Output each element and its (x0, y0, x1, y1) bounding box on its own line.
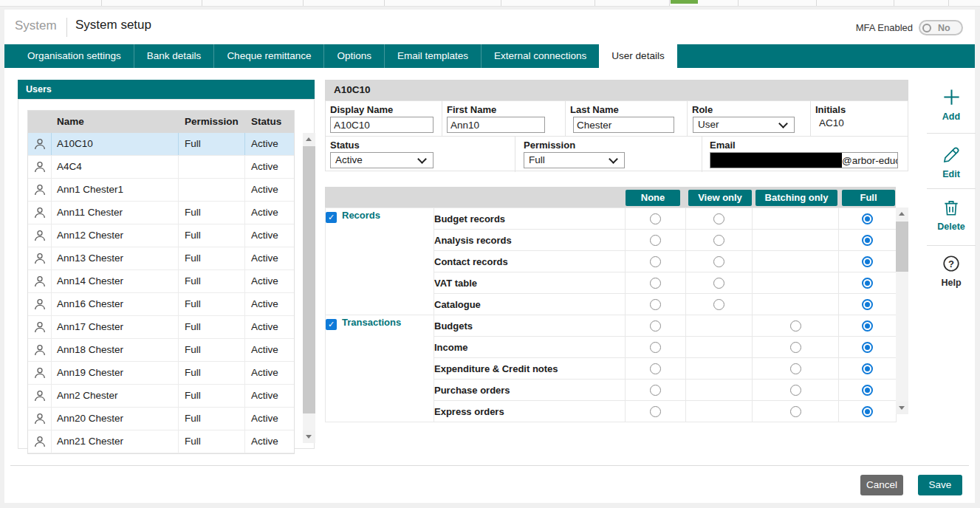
radio-view-only[interactable] (713, 256, 724, 267)
radio-full[interactable] (862, 363, 873, 374)
radio-batching-only[interactable] (790, 363, 801, 374)
user-row[interactable]: Ann16 ChesterFullActive (28, 293, 294, 316)
user-row[interactable]: Ann12 ChesterFullActive (28, 224, 294, 247)
user-permission: Full (179, 247, 245, 270)
checkbox-transactions[interactable]: ✓ (326, 319, 337, 330)
tab-bank-details[interactable]: Bank details (134, 44, 214, 68)
radio-full[interactable] (862, 213, 873, 224)
radio-none[interactable] (650, 320, 661, 332)
radio-view-only[interactable] (713, 299, 724, 310)
option-cell (753, 272, 839, 294)
user-row[interactable]: Ann19 ChesterFullActive (28, 362, 294, 385)
user-row[interactable]: A10C10FullActive (28, 133, 294, 156)
edit-button[interactable]: Edit (927, 145, 976, 179)
radio-none[interactable] (650, 256, 661, 267)
radio-none[interactable] (650, 342, 661, 353)
user-row[interactable]: Ann1 Chester1Active (28, 179, 294, 202)
radio-none[interactable] (650, 363, 661, 374)
app-window: System System setup MFA Enabled No Organ… (0, 0, 980, 508)
radio-none[interactable] (650, 299, 661, 310)
permission-select[interactable]: Full (524, 152, 625, 168)
radio-batching-only[interactable] (790, 406, 801, 417)
radio-none[interactable] (650, 235, 661, 246)
radio-view-only[interactable] (713, 213, 724, 224)
radio-batching-only[interactable] (790, 385, 801, 396)
user-row[interactable]: Ann17 ChesterFullActive (28, 316, 294, 339)
users-scrollbar[interactable] (303, 133, 315, 443)
scroll-thumb[interactable] (896, 222, 908, 272)
cancel-button[interactable]: Cancel (860, 475, 903, 495)
user-status: Active (245, 224, 292, 247)
tab-options[interactable]: Options (323, 44, 384, 68)
radio-dot (865, 259, 870, 264)
radio-full[interactable] (862, 256, 873, 267)
user-row[interactable]: Ann2 ChesterFullActive (28, 385, 294, 408)
user-row[interactable]: Ann14 ChesterFullActive (28, 270, 294, 293)
column-button-view-only[interactable]: View only (688, 190, 752, 206)
radio-view-only[interactable] (713, 235, 724, 246)
radio-full[interactable] (862, 342, 873, 353)
email-input[interactable]: @arbor-educatic (710, 152, 898, 168)
column-button-none[interactable]: None (626, 190, 680, 206)
user-permission: Full (179, 430, 245, 453)
radio-none[interactable] (650, 278, 661, 289)
tab-user-details[interactable]: User details (599, 44, 676, 68)
tab-external-connections[interactable]: External connections (481, 44, 599, 68)
column-button-batching-only[interactable]: Batching only (755, 190, 837, 206)
radio-full[interactable] (862, 235, 873, 246)
tab-cheque-remittance[interactable]: Cheque remittance (213, 44, 323, 68)
user-permission: Full (179, 133, 245, 155)
status-select[interactable]: Active (330, 152, 434, 168)
user-row[interactable]: Ann11 ChesterFullActive (28, 202, 294, 224)
radio-full[interactable] (862, 320, 873, 332)
header-divider (66, 18, 67, 37)
matrix-row: ✓TransactionsBudgets (326, 315, 897, 337)
first-name-input[interactable] (447, 117, 545, 133)
user-row[interactable]: Ann13 ChesterFullActive (28, 247, 294, 270)
radio-batching-only[interactable] (790, 320, 801, 332)
save-button[interactable]: Save (918, 475, 962, 495)
radio-full[interactable] (862, 278, 873, 289)
permission-column-header: Permission (179, 111, 245, 133)
person-icon (28, 408, 52, 430)
radio-none[interactable] (650, 385, 661, 396)
user-permission: Full (179, 408, 245, 430)
user-permission: Full (179, 385, 245, 407)
radio-none[interactable] (650, 213, 661, 224)
user-row[interactable]: Ann18 ChesterFullActive (28, 339, 294, 362)
radio-full[interactable] (862, 406, 873, 417)
radio-full[interactable] (862, 385, 873, 396)
delete-button[interactable]: Delete (927, 198, 976, 232)
option-cell (839, 337, 897, 358)
display-name-input[interactable] (330, 117, 434, 133)
checkbox-records[interactable]: ✓ (326, 212, 337, 223)
radio-none[interactable] (650, 406, 661, 417)
permissions-matrix: NoneView onlyBatching onlyFull ✓RecordsB… (325, 187, 908, 414)
role-select[interactable]: User (693, 117, 795, 133)
option-cell (839, 315, 897, 337)
matrix-scrollbar[interactable] (896, 207, 908, 414)
tab-email-templates[interactable]: Email templates (384, 44, 481, 68)
scroll-up-arrow[interactable] (303, 133, 315, 145)
help-button[interactable]: ?Help (927, 254, 976, 288)
tab-organisation-settings[interactable]: Organisation settings (15, 44, 134, 68)
scroll-down-arrow[interactable] (896, 402, 908, 414)
strip-divider (501, 0, 501, 6)
person-icon (28, 202, 52, 224)
column-button-full[interactable]: Full (842, 190, 895, 206)
user-row[interactable]: Ann21 ChesterFullActive (28, 430, 294, 453)
scroll-thumb[interactable] (303, 146, 315, 413)
user-row[interactable]: Ann20 ChesterFullActive (28, 408, 294, 430)
matrix-item-label: Express orders (434, 401, 626, 422)
add-button[interactable]: Add (927, 87, 976, 122)
green-tab-fragment (671, 0, 698, 4)
radio-full[interactable] (862, 299, 873, 310)
radio-batching-only[interactable] (790, 342, 801, 353)
radio-view-only[interactable] (713, 278, 724, 289)
user-permission: Full (179, 202, 245, 224)
scroll-down-arrow[interactable] (303, 430, 315, 443)
last-name-input[interactable] (573, 117, 674, 133)
breadcrumb[interactable]: System (15, 18, 57, 33)
scroll-up-arrow[interactable] (896, 207, 908, 220)
user-row[interactable]: A4C4Active (28, 156, 294, 179)
